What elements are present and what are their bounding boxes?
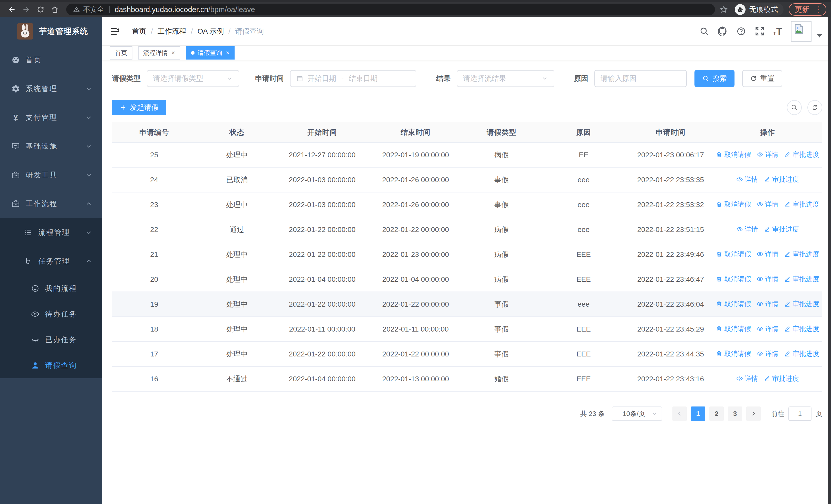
- result-select[interactable]: 请选择流结果: [457, 70, 554, 87]
- page-button-3[interactable]: 3: [728, 407, 742, 421]
- table-row[interactable]: 17处理中2022-01-22 00:00:002022-01-22 00:00…: [112, 342, 822, 366]
- avatar[interactable]: [791, 21, 811, 41]
- table-row[interactable]: 24已取消2022-01-03 00:00:002022-01-26 00:00…: [112, 167, 822, 192]
- url-bar[interactable]: 不安全 dashboard.yudao.iocoder.cn /bpm/oa/l…: [66, 4, 715, 16]
- breadcrumb-item-workflow[interactable]: 工作流程: [157, 26, 186, 36]
- home-icon[interactable]: [48, 4, 62, 16]
- sidebar-item-face[interactable]: 我的流程: [0, 276, 102, 301]
- action-progress-link[interactable]: 审批进度: [784, 150, 819, 159]
- sidebar-item-list[interactable]: 流程管理: [0, 218, 102, 247]
- action-progress-link[interactable]: 审批进度: [784, 299, 819, 308]
- browser-menu-icon[interactable]: ⋮: [814, 6, 822, 13]
- tab-home[interactable]: 首页: [110, 46, 133, 60]
- action-progress-link[interactable]: 审批进度: [764, 225, 799, 234]
- action-detail-link[interactable]: 详情: [736, 175, 758, 184]
- action-cancel-leave-link[interactable]: 取消请假: [716, 250, 751, 259]
- forward-icon[interactable]: [19, 4, 33, 16]
- start-date-placeholder[interactable]: 开始日期: [308, 73, 336, 83]
- window-scrollbar[interactable]: [828, 17, 831, 504]
- action-detail-link[interactable]: 详情: [736, 374, 758, 383]
- security-label[interactable]: 不安全: [83, 5, 104, 14]
- next-page-button[interactable]: [746, 407, 761, 421]
- tab-leave-query[interactable]: 请假查询 ×: [186, 46, 235, 60]
- toggle-search-button[interactable]: [787, 100, 802, 115]
- page-button-1[interactable]: 1: [691, 407, 705, 421]
- sidebar-item-toolbox[interactable]: 研发工具: [0, 161, 102, 189]
- leave-type-select[interactable]: 请选择请假类型: [147, 70, 239, 87]
- action-cancel-leave-link[interactable]: 取消请假: [716, 274, 751, 284]
- prev-page-button[interactable]: [672, 407, 687, 421]
- refresh-table-button[interactable]: [807, 100, 822, 115]
- table-row[interactable]: 16不通过2022-01-04 00:00:002022-01-13 00:00…: [112, 366, 822, 391]
- omnibox-divider: [109, 6, 110, 13]
- table-row[interactable]: 18处理中2022-01-11 00:00:002022-01-11 00:00…: [112, 317, 822, 342]
- action-progress-link[interactable]: 审批进度: [764, 175, 799, 184]
- font-size-icon[interactable]: тT: [773, 26, 782, 36]
- sidebar-item-eye-closed[interactable]: 已办任务: [0, 327, 102, 353]
- action-detail-link[interactable]: 详情: [756, 274, 778, 284]
- reset-button[interactable]: 重置: [742, 70, 782, 87]
- create-leave-button[interactable]: 发起请假: [112, 100, 166, 115]
- action-progress-link[interactable]: 审批进度: [764, 374, 799, 383]
- end-date-placeholder[interactable]: 结束日期: [349, 73, 377, 83]
- sidebar-item-dashboard[interactable]: 首页: [0, 46, 102, 75]
- action-progress-link[interactable]: 审批进度: [784, 274, 819, 284]
- cell-actions: 取消请假详情审批进度: [713, 242, 822, 267]
- search-button[interactable]: 搜索: [694, 70, 735, 87]
- action-detail-link[interactable]: 详情: [756, 250, 778, 259]
- sidebar-item-user[interactable]: 请假查询: [0, 353, 102, 378]
- action-cancel-leave-link[interactable]: 取消请假: [716, 349, 751, 358]
- action-detail-link[interactable]: 详情: [756, 150, 778, 159]
- bookmark-star-icon[interactable]: [719, 5, 728, 14]
- page-button-2[interactable]: 2: [709, 407, 724, 421]
- page-size-select[interactable]: 10条/页: [612, 407, 662, 421]
- fullscreen-icon[interactable]: [755, 26, 765, 36]
- sidebar-item-monitor[interactable]: 基础设施: [0, 132, 102, 161]
- update-label[interactable]: 更新: [795, 5, 809, 14]
- action-detail-link[interactable]: 详情: [756, 349, 778, 358]
- action-detail-link[interactable]: 详情: [736, 225, 758, 234]
- action-progress-link[interactable]: 审批进度: [784, 250, 819, 259]
- table-row[interactable]: 23处理中2022-01-03 00:00:002022-01-26 00:00…: [112, 192, 822, 217]
- breadcrumb-item-oa[interactable]: OA 示例: [198, 26, 224, 36]
- action-cancel-leave-link[interactable]: 取消请假: [716, 299, 751, 308]
- goto-page-input[interactable]: [789, 407, 811, 421]
- back-icon[interactable]: [5, 4, 19, 16]
- app-logo[interactable]: 芋道管理系统: [0, 17, 102, 46]
- reload-icon[interactable]: [33, 4, 48, 16]
- action-detail-link[interactable]: 详情: [756, 324, 778, 333]
- action-cancel-leave-link[interactable]: 取消请假: [716, 200, 751, 209]
- url-path[interactable]: /bpm/oa/leave: [208, 5, 255, 14]
- url-host[interactable]: dashboard.yudao.iocoder.cn: [115, 5, 208, 14]
- close-icon[interactable]: ×: [171, 50, 175, 56]
- help-icon[interactable]: [736, 26, 746, 36]
- apply-time-range-picker[interactable]: 开始日期 - 结束日期: [290, 70, 416, 87]
- browser-update-button[interactable]: 更新 ⋮: [789, 3, 826, 16]
- collapse-sidebar-icon[interactable]: [110, 26, 120, 36]
- avatar-dropdown-caret[interactable]: [816, 34, 822, 37]
- sidebar-item-flow[interactable]: 任务管理: [0, 247, 102, 276]
- action-progress-link[interactable]: 审批进度: [784, 324, 819, 333]
- action-detail-link[interactable]: 详情: [756, 299, 778, 308]
- sidebar-item-eye-open[interactable]: 待办任务: [0, 301, 102, 327]
- action-progress-link[interactable]: 审批进度: [784, 200, 819, 209]
- action-cancel-leave-link[interactable]: 取消请假: [716, 324, 751, 333]
- reason-input[interactable]: [594, 70, 687, 87]
- table-row[interactable]: 21处理中2022-01-22 00:00:002022-01-23 00:00…: [112, 242, 822, 267]
- table-row[interactable]: 25处理中2021-12-27 00:00:002022-01-19 00:00…: [112, 142, 822, 167]
- action-cancel-leave-link[interactable]: 取消请假: [716, 150, 751, 159]
- action-progress-link[interactable]: 审批进度: [784, 349, 819, 358]
- sidebar-item-gear[interactable]: 系统管理: [0, 75, 102, 103]
- action-detail-link[interactable]: 详情: [756, 200, 778, 209]
- search-icon[interactable]: [699, 26, 709, 36]
- table-row[interactable]: 19处理中2022-01-22 00:00:002022-01-22 00:00…: [112, 292, 822, 317]
- breadcrumb-item-home[interactable]: 首页: [132, 26, 146, 36]
- sidebar-item-yen[interactable]: ¥支付管理: [0, 103, 102, 132]
- sidebar-item-briefcase[interactable]: 工作流程: [0, 189, 102, 218]
- table-row[interactable]: 20处理中2022-01-04 00:00:002022-01-04 00:00…: [112, 267, 822, 292]
- github-icon[interactable]: [718, 26, 727, 36]
- cell-status: 处理中: [196, 242, 278, 267]
- table-row[interactable]: 22通过2022-01-22 00:00:002022-01-22 00:00:…: [112, 217, 822, 242]
- close-icon[interactable]: ×: [226, 50, 229, 56]
- tab-process-detail[interactable]: 流程详情 ×: [138, 46, 180, 60]
